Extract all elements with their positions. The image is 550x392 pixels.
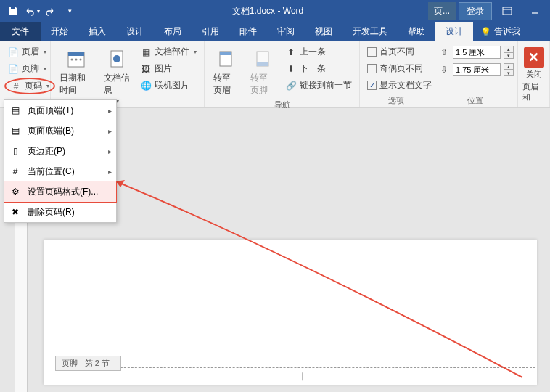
footer-dist-icon: ⇩	[438, 64, 450, 75]
undo-icon[interactable]: ▾	[23, 2, 41, 20]
docinfo-button[interactable]: 文档信息▾	[99, 44, 134, 107]
svg-rect-0	[503, 7, 512, 15]
header-dist-icon: ⇧	[438, 46, 450, 58]
menu-remove-pagenum[interactable]: ✖删除页码(R)	[4, 202, 116, 222]
calendar-icon	[65, 47, 88, 70]
tab-home[interactable]: 开始	[41, 22, 78, 41]
goto-header-button[interactable]: 转至页眉	[209, 44, 243, 99]
next-section-button[interactable]: ⬇下一条	[282, 61, 355, 76]
link-prev-button[interactable]: 🔗链接到前一节	[282, 78, 355, 93]
picture-icon: 🖼	[140, 63, 152, 75]
spin-up[interactable]: ▴	[504, 46, 514, 52]
group-label: 选项	[360, 95, 432, 107]
prev-icon: ⬆	[285, 46, 297, 58]
svg-rect-2	[68, 52, 84, 56]
header-dist-spinner[interactable]: ⇧▴▾	[437, 44, 515, 60]
close-hf-button[interactable]: ✕关闭页眉和	[520, 44, 548, 106]
svg-point-5	[79, 59, 81, 61]
pagenum-icon: #	[10, 81, 22, 92]
menu-format-pagenum[interactable]: ⚙设置页码格式(F)...	[4, 181, 117, 203]
tell-me[interactable]: 💡告诉我	[473, 22, 528, 41]
title-bar: ▾ ▾ 文档1.docx - Word 页... 登录	[0, 0, 550, 22]
tab-mail[interactable]: 邮件	[229, 22, 267, 41]
close-icon: ✕	[524, 47, 544, 68]
tab-design[interactable]: 设计	[116, 22, 154, 41]
docparts-icon: ▦	[140, 46, 152, 58]
page-number-menu: ▤页面顶端(T)▸ ▤页面底端(B)▸ ▯页边距(P)▸ #当前位置(C)▸ ⚙…	[4, 99, 117, 223]
ribbon: 📄页眉▾ 📄页脚▾ #页码▾ 日期和时间 文档信息▾ ▦文档部件▾ 🖼图片 🌐联…	[0, 41, 550, 108]
redo-icon[interactable]	[42, 2, 59, 20]
svg-point-7	[113, 55, 120, 62]
goto-header-icon	[214, 47, 237, 70]
save-icon[interactable]	[4, 2, 22, 20]
tab-devtools[interactable]: 开发工具	[342, 22, 398, 41]
footer-boundary	[55, 367, 535, 368]
tab-file[interactable]: 文件	[0, 22, 41, 41]
checkbox-checked-icon: ✓	[367, 81, 377, 90]
svg-point-3	[70, 59, 73, 61]
tab-insert[interactable]: 插入	[78, 22, 116, 41]
menu-margins[interactable]: ▯页边距(P)▸	[4, 141, 116, 161]
spin-up[interactable]: ▴	[504, 63, 514, 70]
svg-rect-9	[220, 52, 231, 55]
lightbulb-icon: 💡	[480, 27, 491, 37]
checkbox-icon	[367, 64, 377, 73]
docinfo-icon	[105, 47, 128, 70]
page-bottom-icon: ▤	[9, 124, 22, 137]
show-text-checkbox[interactable]: ✓显示文档文字	[364, 78, 435, 93]
next-icon: ⬇	[285, 63, 297, 75]
page-number-button[interactable]: #页码▾	[4, 78, 55, 94]
docparts-button[interactable]: ▦文档部件▾	[137, 44, 200, 60]
ribbon-options-icon[interactable]	[495, 0, 520, 22]
menu-page-bottom[interactable]: ▤页面底端(B)▸	[4, 121, 116, 141]
window-title: 文档1.docx - Word	[78, 5, 428, 17]
chevron-right-icon: ▸	[108, 127, 112, 135]
tab-review[interactable]: 审阅	[267, 22, 305, 41]
tab-references[interactable]: 引用	[192, 22, 229, 41]
link-icon: 🔗	[285, 80, 297, 91]
remove-icon: ✖	[9, 205, 22, 219]
footer-dist-input[interactable]	[453, 63, 501, 76]
tab-help[interactable]: 帮助	[398, 22, 435, 41]
chevron-right-icon: ▸	[108, 107, 112, 115]
menu-current-pos[interactable]: #当前位置(C)▸	[4, 161, 116, 181]
header-icon: 📄	[7, 46, 19, 58]
chevron-right-icon: ▸	[108, 147, 112, 155]
login-button[interactable]: 登录	[459, 2, 492, 20]
header-dist-input[interactable]	[453, 46, 501, 59]
svg-rect-11	[257, 62, 268, 66]
diff-first-checkbox[interactable]: 首页不同	[364, 44, 435, 60]
tab-view[interactable]: 视图	[305, 22, 342, 41]
tab-hf-design[interactable]: 设计	[435, 22, 473, 41]
ribbon-tabs: 文件 开始 插入 设计 布局 引用 邮件 审阅 视图 开发工具 帮助 设计 💡告…	[0, 22, 550, 41]
footer-dist-spinner[interactable]: ⇩▴▾	[437, 62, 515, 78]
picture-button[interactable]: 🖼图片	[137, 61, 200, 76]
page-top-icon: ▤	[9, 104, 22, 117]
tab-layout[interactable]: 布局	[154, 22, 192, 41]
chevron-right-icon: ▸	[108, 168, 112, 176]
text-cursor: ⎸	[302, 372, 309, 381]
format-icon: ⚙	[9, 185, 22, 198]
prev-section-button[interactable]: ⬆上一条	[282, 44, 355, 60]
qat-customize-icon[interactable]: ▾	[61, 2, 78, 20]
margins-icon: ▯	[9, 144, 22, 158]
online-picture-button[interactable]: 🌐联机图片	[137, 78, 200, 93]
footer-icon: 📄	[7, 63, 19, 75]
goto-footer-icon	[251, 47, 274, 70]
online-pic-icon: 🌐	[140, 80, 152, 91]
checkbox-icon	[367, 47, 377, 57]
context-tab-label[interactable]: 页...	[428, 2, 456, 20]
spin-down[interactable]: ▾	[504, 52, 514, 59]
footer-section-label: 页脚 - 第 2 节 -	[55, 356, 121, 371]
goto-footer-button[interactable]: 转至页脚	[246, 44, 280, 99]
diff-oddeven-checkbox[interactable]: 奇偶页不同	[364, 61, 435, 76]
minimize-icon[interactable]	[522, 0, 547, 22]
svg-point-4	[75, 59, 77, 61]
footer-button[interactable]: 📄页脚▾	[4, 61, 55, 76]
datetime-button[interactable]: 日期和时间	[55, 44, 97, 99]
quick-access-toolbar: ▾ ▾	[0, 2, 78, 20]
group-label: 位置	[432, 95, 517, 107]
spin-down[interactable]: ▾	[504, 70, 514, 76]
menu-page-top[interactable]: ▤页面顶端(T)▸	[4, 100, 116, 121]
header-button[interactable]: 📄页眉▾	[4, 44, 55, 60]
